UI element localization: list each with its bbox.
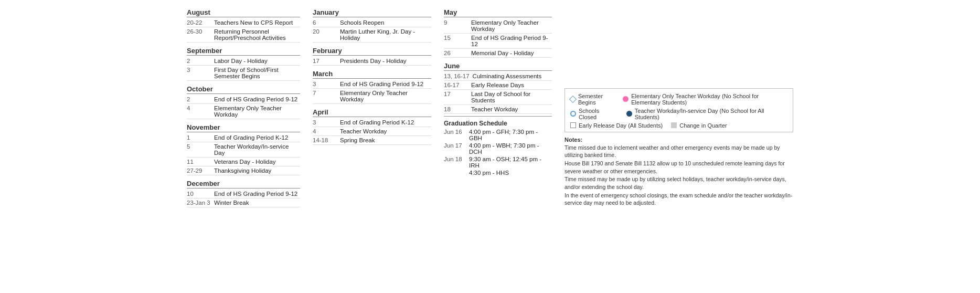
diamond-icon: [569, 95, 577, 102]
event-date: 20-22: [187, 19, 214, 26]
event-desc: Martin Luther King, Jr. Day - Holiday: [340, 28, 431, 41]
event-desc: End of HS Grading Period 9-12: [471, 35, 552, 47]
notes-line: Time missed due to inclement weather and…: [564, 144, 793, 159]
legend-label: Early Release Day (All Students): [579, 122, 663, 129]
legend-item: Teacher Workday/In-service Day (No Schoo…: [626, 108, 787, 120]
graduation-row: Jun 189:30 am - OSH; 12:45 pm - IRH: [444, 155, 552, 169]
event-row: 3First Day of School/First Semester Begi…: [187, 66, 300, 81]
event-row: 6Schools Reopen: [313, 18, 431, 27]
event-row: 17Presidents Day - Holiday: [313, 57, 431, 66]
square-outline-icon: [570, 122, 576, 128]
event-row: 20-22Teachers New to CPS Report: [187, 18, 300, 27]
legend-item: Semester Begins: [570, 93, 614, 106]
event-row: 2End of HS Grading Period 9-12: [187, 95, 300, 104]
event-desc: Elementary Only Teacher Workday: [214, 105, 300, 118]
event-desc: End of HS Grading Period 9-12: [340, 81, 431, 87]
event-date: 6: [313, 19, 340, 26]
event-date: 11: [187, 159, 214, 165]
month-header: March: [313, 70, 431, 79]
legend-item: Elementary Only Teacher Workday (No Scho…: [623, 93, 787, 106]
event-desc: End of Grading Period K-12: [214, 134, 300, 141]
event-desc: Thanksgiving Holiday: [214, 168, 300, 174]
graduation-row: Jun 164:00 pm - GFH; 7:30 pm - GBH: [444, 128, 552, 142]
month-header: April: [313, 108, 431, 117]
graduation-row: Jun 174:00 pm - WBH; 7:30 pm - DCH: [444, 142, 552, 155]
event-date: 27-29: [187, 168, 214, 174]
graduation-date: Jun 16: [444, 129, 469, 141]
event-row: 27-29Thanksgiving Holiday: [187, 166, 300, 175]
event-date: 15: [444, 35, 471, 41]
event-date: 17: [313, 58, 340, 64]
event-desc: Teachers New to CPS Report: [214, 19, 300, 26]
event-date: 3: [313, 81, 340, 87]
event-row: 9Elementary Only Teacher Workday: [444, 18, 552, 34]
notes-line: In the event of emergency school closing…: [564, 192, 793, 207]
event-date: 14-18: [313, 137, 340, 143]
month-header: November: [187, 123, 300, 132]
graduation-row: 4:30 pm - HHS: [444, 169, 552, 176]
event-desc: Labor Day - Holiday: [214, 58, 300, 64]
event-row: 10End of HS Grading Period 9-12: [187, 190, 300, 198]
event-desc: First Day of School/First Semester Begin…: [214, 67, 300, 79]
event-desc: Elementary Only Teacher Workday: [471, 19, 552, 32]
bottom-panel: Semester BeginsElementary Only Teacher W…: [558, 0, 800, 212]
event-date: 5: [187, 143, 214, 150]
event-desc: Teacher Workday: [471, 106, 552, 112]
event-desc: Veterans Day - Holiday: [214, 159, 300, 165]
event-desc: Returning Personnel Report/Preschool Act…: [214, 28, 300, 41]
graduation-date: Jun 17: [444, 142, 469, 155]
event-date: 3: [187, 67, 214, 73]
event-date: 20: [313, 28, 340, 35]
event-row: 5Teacher Workday/In-service Day: [187, 142, 300, 158]
event-desc: Memorial Day - Holiday: [471, 50, 552, 56]
event-row: 26-30Returning Personnel Report/Preschoo…: [187, 27, 300, 43]
graduation-header: Graduation Schedule: [444, 120, 552, 127]
notes-title: Notes:: [564, 137, 793, 143]
legend-item: Schools Closed: [570, 108, 618, 120]
event-date: 1: [187, 134, 214, 141]
month-header: January: [313, 8, 431, 17]
event-row: 14-18Spring Break: [313, 136, 431, 145]
event-row: 11Veterans Day - Holiday: [187, 158, 300, 166]
graduation-desc: 4:00 pm - WBH; 7:30 pm - DCH: [469, 142, 552, 155]
event-desc: End of HS Grading Period 9-12: [214, 96, 300, 102]
left-panel: August20-22Teachers New to CPS Report26-…: [180, 0, 306, 212]
event-row: 23-Jan 3Winter Break: [187, 198, 300, 207]
event-row: 3End of HS Grading Period 9-12: [313, 80, 431, 89]
event-row: 13, 16-17Culminating Assessments: [444, 72, 552, 81]
circle-blue-outline-icon: [570, 111, 576, 117]
legend-item: Early Release Day (All Students): [570, 122, 663, 129]
legend-area: Semester BeginsElementary Only Teacher W…: [564, 88, 793, 132]
graduation-date: [444, 170, 469, 176]
event-date: 4: [187, 105, 214, 111]
legend-label: Teacher Workday/In-service Day (No Schoo…: [635, 108, 787, 120]
month-header: September: [187, 47, 300, 56]
notes-line: Time missed may be made up by utilizing …: [564, 175, 793, 191]
graduation-date: Jun 18: [444, 156, 469, 169]
event-date: 2: [187, 58, 214, 64]
event-desc: Spring Break: [340, 137, 431, 143]
month-header: June: [444, 62, 552, 71]
event-date: 10: [187, 191, 214, 197]
event-date: 17: [444, 91, 471, 97]
graduation-desc: 4:00 pm - GFH; 7:30 pm - GBH: [469, 129, 552, 141]
event-desc: Schools Reopen: [340, 19, 431, 26]
event-desc: Teacher Workday: [340, 128, 431, 134]
right-panel: May9Elementary Only Teacher Workday15End…: [438, 0, 558, 212]
middle-panel: January6Schools Reopen20Martin Luther Ki…: [306, 0, 438, 212]
event-row: 18Teacher Workday: [444, 105, 552, 114]
legend-label: Semester Begins: [578, 93, 614, 106]
event-date: 26-30: [187, 28, 214, 35]
event-row: 15End of HS Grading Period 9-12: [444, 34, 552, 49]
circle-pink-icon: [623, 96, 629, 102]
event-desc: Teacher Workday/In-service Day: [214, 143, 300, 156]
square-gray-icon: [671, 122, 677, 128]
legend-item: Change in Quarter: [671, 122, 727, 129]
event-row: 16-17Early Release Days: [444, 81, 552, 90]
month-header: December: [187, 180, 300, 189]
event-desc: Presidents Day - Holiday: [340, 58, 431, 64]
event-desc: Elementary Only Teacher Workday: [340, 90, 431, 102]
event-row: 2Labor Day - Holiday: [187, 57, 300, 66]
notes-line: House Bill 1790 and Senate Bill 1132 all…: [564, 160, 793, 175]
event-date: 23-Jan 3: [187, 200, 214, 206]
